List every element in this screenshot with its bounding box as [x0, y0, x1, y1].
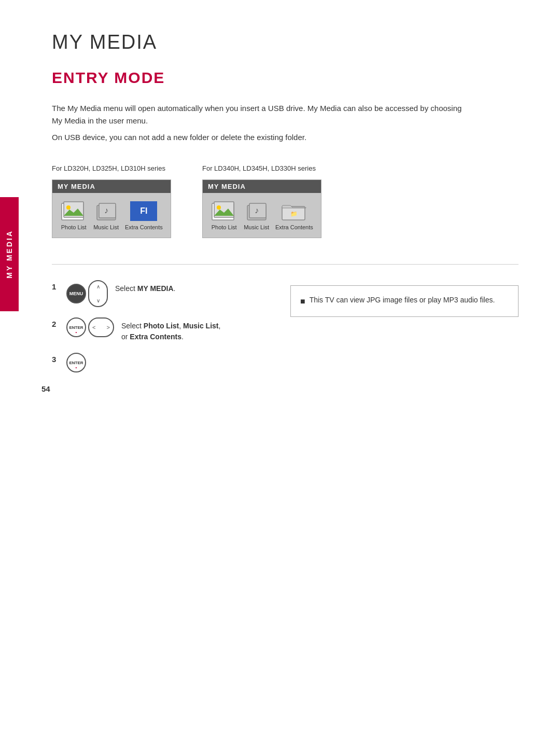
- nav-up-down-button[interactable]: ∧ ∨: [88, 280, 108, 307]
- page-title: MY MEDIA: [52, 31, 519, 53]
- music-list-label-2: Music List: [244, 224, 269, 230]
- page-number: 54: [41, 384, 50, 393]
- enter-button-2-label: ENTER: [69, 325, 83, 330]
- extra-contents-label-2: Extra Contents: [275, 224, 313, 230]
- screenshot-second: For LD340H, LD345H, LD330H series MY MED…: [202, 164, 321, 238]
- info-box-item: ■ This TV can view JPG image files or pl…: [300, 294, 509, 308]
- step-2-text: Select Photo List, Music List,or Extra C…: [121, 321, 220, 342]
- my-media-icons-second: Photo List ♪ Music List: [203, 193, 321, 238]
- photo-icon: [60, 200, 87, 222]
- menu-button-label: MENU: [69, 291, 83, 296]
- svg-text:📁: 📁: [290, 210, 298, 217]
- step-1-number: 1: [52, 282, 59, 291]
- my-media-header-second: MY MEDIA: [203, 180, 321, 193]
- nav-left-right-button[interactable]: < >: [88, 317, 114, 337]
- info-bullet-icon: ■: [300, 295, 305, 308]
- photo-list-label: Photo List: [61, 224, 87, 230]
- step-3-buttons: ENTER: [66, 353, 86, 372]
- music-list-item: ♪ Music List: [93, 200, 120, 230]
- extra-icon-box: FI: [130, 201, 157, 221]
- my-media-box-second: MY MEDIA Photo List: [202, 179, 321, 238]
- my-media-box-first: MY MEDIA Photo List: [52, 179, 171, 238]
- screenshots-area: For LD320H, LD325H, LD310H series MY MED…: [52, 164, 519, 238]
- music-list-item-2: ♪ Music List: [243, 200, 270, 230]
- steps-area: 1 MENU ∧ ∨ Select MY MEDIA. 2 EN: [52, 280, 519, 383]
- photo-icon-2: [211, 200, 237, 222]
- info-box-text: This TV can view JPG image files or play…: [310, 294, 495, 306]
- nav-up-arrow: ∧: [96, 284, 100, 289]
- music-icon: ♪: [93, 200, 120, 222]
- divider: [52, 264, 519, 265]
- svg-point-9: [217, 205, 221, 210]
- step-2-number: 2: [52, 320, 59, 328]
- section-title: ENTRY MODE: [52, 69, 519, 87]
- photo-list-item: Photo List: [60, 200, 87, 230]
- side-tab: MY MEDIA: [0, 197, 19, 311]
- description-2: On USB device, you can not add a new fol…: [52, 131, 467, 144]
- screenshot-first-label: For LD320H, LD325H, LD310H series: [52, 164, 171, 172]
- page-container: MY MEDIA MY MEDIA ENTRY MODE The My Medi…: [0, 0, 560, 414]
- extra-contents-item-second: 📁 Extra Contents: [275, 200, 313, 230]
- extra-contents-label: Extra Contents: [125, 224, 163, 230]
- step-3-row: 3 ENTER: [52, 353, 270, 372]
- my-media-icons-first: Photo List ♪ Music List: [52, 193, 171, 238]
- step-1-buttons: MENU ∧ ∨: [66, 280, 108, 307]
- steps-left: 1 MENU ∧ ∨ Select MY MEDIA. 2 EN: [52, 280, 270, 383]
- screenshot-first: For LD320H, LD325H, LD310H series MY MED…: [52, 164, 171, 238]
- enter-button-3-label: ENTER: [69, 361, 83, 365]
- side-tab-label: MY MEDIA: [5, 230, 13, 279]
- enter-button-2[interactable]: ENTER: [66, 317, 86, 337]
- description-1: The My Media menu will open automaticall…: [52, 102, 467, 127]
- extra-icon-second: 📁: [281, 200, 307, 222]
- photo-list-item-2: Photo List: [211, 200, 237, 230]
- enter-button-3[interactable]: ENTER: [66, 353, 86, 372]
- svg-text:♪: ♪: [104, 206, 108, 215]
- music-list-label: Music List: [93, 224, 119, 230]
- photo-list-label-2: Photo List: [212, 224, 237, 230]
- extra-contents-item-first: FI Extra Contents: [125, 200, 163, 230]
- steps-right: ■ This TV can view JPG image files or pl…: [290, 280, 519, 383]
- screenshot-second-label: For LD340H, LD345H, LD330H series: [202, 164, 321, 172]
- extra-icon-first: FI: [130, 200, 157, 222]
- info-box: ■ This TV can view JPG image files or pl…: [290, 285, 519, 317]
- nav-down-arrow: ∨: [96, 298, 100, 303]
- music-icon-2: ♪: [243, 200, 270, 222]
- step-1-row: 1 MENU ∧ ∨ Select MY MEDIA.: [52, 280, 270, 307]
- my-media-header-first: MY MEDIA: [52, 180, 171, 193]
- nav-left-arrow: <: [92, 324, 95, 330]
- nav-right-arrow: >: [107, 324, 110, 330]
- step-2-row: 2 ENTER < > Select Photo List, Music Lis…: [52, 317, 270, 342]
- step-1-text: Select MY MEDIA.: [115, 283, 175, 294]
- step-2-buttons: ENTER < >: [66, 317, 114, 337]
- svg-text:♪: ♪: [255, 206, 259, 215]
- step-3-number: 3: [52, 355, 59, 364]
- svg-point-2: [66, 205, 71, 210]
- menu-button[interactable]: MENU: [66, 284, 86, 303]
